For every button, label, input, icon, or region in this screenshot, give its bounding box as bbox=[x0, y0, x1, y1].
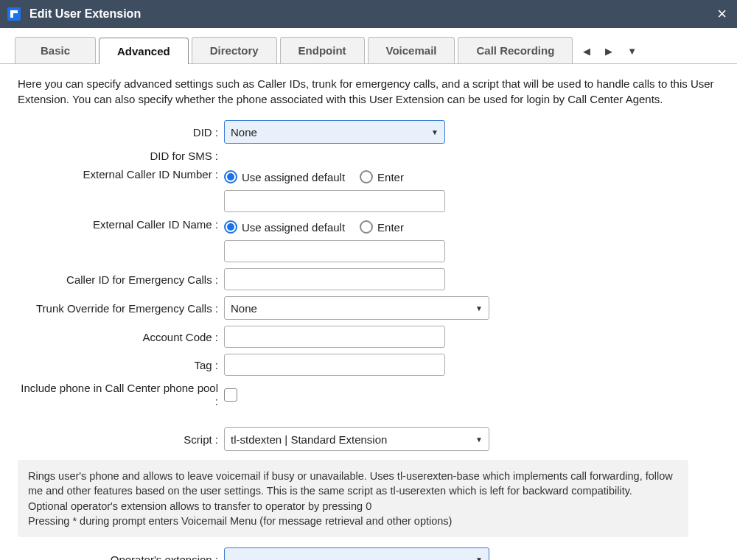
chevron-down-icon bbox=[475, 304, 483, 312]
label-script: Script : bbox=[18, 433, 224, 446]
label-did: DID : bbox=[18, 126, 224, 139]
ext-cid-number-radio-default[interactable]: Use assigned default bbox=[224, 170, 345, 183]
did-select[interactable]: None bbox=[224, 120, 445, 144]
tab-advanced[interactable]: Advanced bbox=[99, 38, 189, 64]
cid-emergency-input[interactable] bbox=[224, 268, 445, 290]
tab-endpoint[interactable]: Endpoint bbox=[280, 37, 365, 63]
tab-nav bbox=[583, 44, 639, 63]
tab-voicemail[interactable]: Voicemail bbox=[368, 37, 455, 63]
form-body: Here you can specify advanced settings s… bbox=[0, 64, 737, 560]
label-trunk-override: Trunk Override for Emergency Calls : bbox=[18, 302, 224, 315]
radio-label: Use assigned default bbox=[242, 171, 345, 183]
did-select-value: None bbox=[231, 126, 257, 139]
window-title: Edit User Extension bbox=[29, 7, 141, 21]
tag-input[interactable] bbox=[224, 354, 445, 376]
label-cid-emergency: Caller ID for Emergency Calls : bbox=[18, 273, 224, 286]
label-ext-cid-name: External Caller ID Name : bbox=[18, 218, 224, 231]
chevron-down-icon bbox=[431, 128, 439, 136]
label-ext-cid-number: External Caller ID Number : bbox=[18, 168, 224, 181]
label-did-sms: DID for SMS : bbox=[18, 150, 224, 162]
app-icon bbox=[7, 7, 21, 21]
script-desc-p1: Rings user's phone and allows to leave v… bbox=[28, 469, 678, 499]
tab-call-recording[interactable]: Call Recording bbox=[458, 37, 573, 63]
trunk-override-value: None bbox=[231, 302, 257, 315]
script-desc-p2: Optional operator's extension allows to … bbox=[28, 499, 678, 514]
label-include-pool: Include phone in Call Center phone pool … bbox=[18, 382, 224, 408]
radio-label: Enter bbox=[377, 171, 404, 183]
operators-ext-select[interactable] bbox=[224, 547, 489, 560]
chevron-down-icon bbox=[475, 556, 483, 560]
radio-unselected-icon bbox=[360, 170, 373, 183]
label-account-code: Account Code : bbox=[18, 331, 224, 343]
radio-selected-icon bbox=[224, 220, 237, 234]
script-desc-p3: Pressing * during prompt enters Voicemai… bbox=[28, 514, 678, 528]
script-description: Rings user's phone and allows to leave v… bbox=[18, 460, 688, 537]
script-select[interactable]: tl-stdexten | Standard Extension bbox=[224, 427, 489, 451]
chevron-down-icon bbox=[475, 435, 483, 444]
radio-unselected-icon bbox=[360, 220, 373, 234]
ext-cid-number-input[interactable] bbox=[224, 190, 445, 212]
close-icon[interactable]: × bbox=[714, 4, 730, 24]
ext-cid-number-radio-enter[interactable]: Enter bbox=[360, 170, 404, 183]
ext-cid-name-input[interactable] bbox=[224, 240, 445, 262]
ext-cid-name-radio-enter[interactable]: Enter bbox=[360, 220, 404, 234]
radio-label: Use assigned default bbox=[242, 221, 345, 234]
label-tag: Tag : bbox=[18, 359, 224, 371]
tab-basic[interactable]: Basic bbox=[15, 37, 96, 63]
include-pool-checkbox[interactable] bbox=[224, 388, 237, 402]
script-select-value: tl-stdexten | Standard Extension bbox=[231, 433, 387, 446]
tab-prev-icon[interactable] bbox=[583, 44, 595, 56]
tab-next-icon[interactable] bbox=[605, 44, 617, 56]
window-titlebar: Edit User Extension × bbox=[0, 0, 737, 28]
trunk-override-select[interactable]: None bbox=[224, 296, 489, 320]
account-code-input[interactable] bbox=[224, 326, 445, 348]
tab-menu-icon[interactable] bbox=[627, 44, 639, 56]
radio-selected-icon bbox=[224, 170, 237, 183]
tab-row: Basic Advanced Directory Endpoint Voicem… bbox=[0, 28, 737, 64]
label-operators-ext: Operator's extension : bbox=[18, 553, 224, 560]
tab-directory[interactable]: Directory bbox=[192, 37, 277, 63]
intro-text: Here you can specify advanced settings s… bbox=[18, 76, 719, 107]
ext-cid-name-radio-default[interactable]: Use assigned default bbox=[224, 220, 345, 234]
radio-label: Enter bbox=[377, 221, 404, 234]
